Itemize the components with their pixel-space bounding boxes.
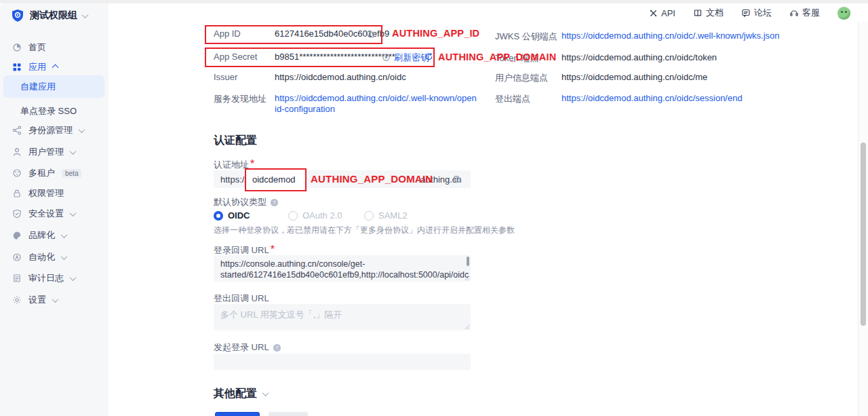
document-icon — [12, 273, 22, 283]
userinfo-label: 用户信息端点 — [495, 72, 548, 84]
sidebar-item-label: 审计日志 — [28, 272, 64, 284]
sidebar-item-self-built-apps[interactable]: 自建应用 — [20, 81, 56, 93]
radio-oauth2-label: OAuth 2.0 — [302, 210, 342, 221]
auth-domain-label: 认证地址 — [214, 159, 249, 170]
logout-endpoint-link[interactable]: https://oidcdemod.authing.cn/oidc/sessio… — [561, 93, 743, 103]
copy-icon[interactable] — [453, 175, 461, 183]
svg-text:?: ? — [273, 200, 276, 206]
sidebar-item-label: 权限管理 — [28, 187, 64, 200]
sidebar-item-apps[interactable]: 应用 — [12, 60, 58, 74]
forum-icon — [741, 8, 751, 18]
forum-menu-item[interactable]: 论坛 — [741, 7, 772, 19]
bottom-secondary-button[interactable] — [269, 412, 308, 416]
radio-saml2[interactable]: SAML2 — [364, 210, 408, 221]
lock-icon — [12, 189, 22, 198]
forum-label: 论坛 — [754, 7, 772, 19]
sidebar-item-automation[interactable]: 自动化 — [12, 250, 66, 264]
sidebar-item-identity-sources[interactable]: 身份源管理 — [12, 124, 84, 137]
protocol-label-row: 默认协议类型 ? — [214, 196, 279, 208]
chevron-down-icon — [262, 390, 269, 396]
support-menu-item[interactable]: 客服 — [789, 7, 820, 19]
brand-icon — [12, 231, 22, 240]
sidebar-item-settings[interactable]: 设置 — [12, 293, 58, 307]
required-mark: * — [250, 158, 254, 170]
logout-endpoint-label: 登出端点 — [495, 93, 530, 105]
radio-oauth2[interactable]: OAuth 2.0 — [288, 210, 342, 221]
initiate-login-label-row: 发起登录 URL ? — [214, 341, 281, 354]
login-callback-line1: https://console.authing.cn/console/get- — [220, 259, 365, 269]
sidebar-item-label: 自建应用 — [20, 81, 56, 92]
user-icon — [12, 147, 22, 157]
login-callback-textarea[interactable]: https://console.authing.cn/console/get- … — [214, 255, 471, 282]
userinfo-value: https://oidcdemod.authing.cn/oidc/me — [561, 72, 707, 82]
workspace-shield-icon — [11, 9, 24, 22]
sidebar-item-user-management[interactable]: 用户管理 — [12, 145, 75, 159]
sidebar-item-label: 多租户 — [28, 167, 55, 179]
app-domain-annotation-text: AUTHING_APP_DOMAIN — [438, 52, 556, 62]
eye-icon[interactable] — [382, 53, 391, 62]
bottom-primary-button[interactable] — [215, 412, 260, 416]
sidebar-item-label: 设置 — [28, 294, 46, 306]
page-scrollbar-track[interactable] — [858, 22, 868, 416]
logout-callback-textarea[interactable]: 多个 URL 用英文逗号「,」隔开 — [214, 304, 471, 330]
other-config-header[interactable]: 其他配置 — [214, 387, 268, 401]
resize-grip-icon[interactable] — [465, 276, 470, 281]
app-window: API 文档 论坛 — [0, 0, 868, 416]
auth-config-title: 认证配置 — [214, 134, 257, 148]
jwks-link[interactable]: https://oidcdemod.authing.cn/oidc/.well-… — [561, 31, 780, 41]
sidebar-item-sso[interactable]: 单点登录 SSO — [20, 105, 77, 117]
support-label: 客服 — [802, 7, 820, 19]
api-label: API — [661, 8, 675, 18]
chevron-down-icon — [61, 231, 68, 238]
url-prefix: https:// — [220, 174, 247, 185]
sidebar-item-label: 应用 — [28, 61, 46, 73]
page-scrollbar-thumb[interactable] — [861, 143, 866, 326]
sidebar-item-permissions[interactable]: 权限管理 — [12, 187, 64, 200]
workspace-switcher[interactable]: 测试权限组 — [11, 9, 87, 22]
apps-icon — [12, 62, 22, 72]
chevron-down-icon — [52, 296, 59, 303]
sidebar: 测试权限组 首页 应用 — [0, 3, 108, 416]
issuer-value: https://oidcdemod.authing.cn/oidc — [275, 72, 406, 82]
login-callback-label: 登录回调 URL — [214, 245, 269, 255]
sidebar-item-branding[interactable]: 品牌化 — [12, 229, 66, 242]
auth-domain-label-row: 认证地址* — [214, 158, 254, 171]
jwks-label: JWKS 公钥端点 — [495, 31, 557, 43]
docs-menu-item[interactable]: 文档 — [693, 7, 724, 19]
radio-oidc[interactable]: OIDC — [214, 210, 250, 221]
sidebar-item-label: 用户管理 — [28, 146, 64, 158]
sidebar-item-audit-logs[interactable]: 审计日志 — [12, 271, 75, 285]
api-icon — [649, 9, 658, 18]
radio-unselected-icon[interactable] — [288, 211, 298, 221]
sidebar-item-label: 品牌化 — [28, 229, 55, 242]
sidebar-item-label: 单点登录 SSO — [20, 106, 77, 116]
shield-icon — [12, 209, 22, 219]
sidebar-item-label: 自动化 — [28, 251, 55, 263]
app-id-annotation-text: AUTHING_APP_ID — [392, 28, 479, 39]
user-avatar[interactable] — [837, 7, 850, 20]
headset-icon — [789, 8, 799, 18]
issuer-label: Issuer — [214, 72, 237, 82]
share-icon — [12, 126, 22, 135]
resize-grip-icon[interactable] — [465, 324, 470, 330]
help-icon[interactable]: ? — [273, 343, 281, 352]
chevron-down-icon — [70, 210, 77, 216]
sidebar-item-security[interactable]: 安全设置 — [12, 207, 75, 221]
sidebar-item-label: 安全设置 — [28, 208, 64, 220]
sidebar-item-home[interactable]: 首页 — [12, 41, 46, 54]
refresh-icon[interactable] — [425, 52, 433, 61]
copy-icon[interactable] — [366, 30, 375, 39]
chevron-up-icon — [52, 64, 59, 71]
radio-unselected-icon[interactable] — [364, 211, 374, 221]
radio-selected-icon[interactable] — [214, 211, 223, 221]
automation-icon — [12, 252, 22, 262]
sidebar-item-multi-tenant[interactable]: 多租户 beta — [12, 166, 81, 180]
help-icon[interactable]: ? — [270, 198, 279, 207]
discovery-link[interactable]: https://oidcdemod.authing.cn/oidc/.well-… — [275, 93, 478, 115]
initiate-login-input[interactable] — [214, 354, 471, 370]
api-menu-item[interactable]: API — [649, 8, 675, 18]
textarea-scrollbar-thumb[interactable] — [467, 257, 469, 266]
app-secret-label: App Secret — [214, 52, 257, 62]
app-secret-value: b9851**************************** — [275, 52, 395, 62]
app-domain-input[interactable] — [246, 170, 304, 188]
